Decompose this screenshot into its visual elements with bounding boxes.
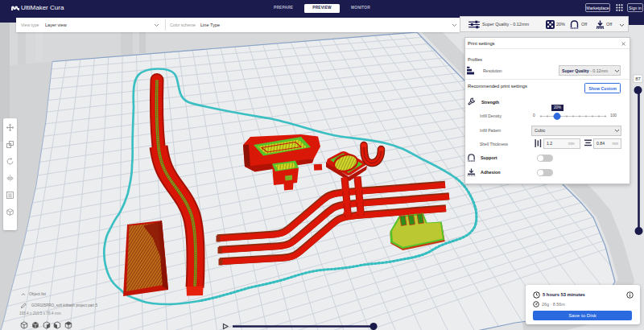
svg-text:87: 87 bbox=[635, 76, 641, 81]
